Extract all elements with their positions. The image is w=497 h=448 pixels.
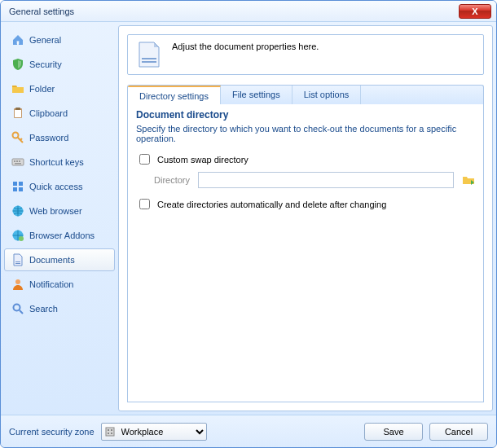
tab-label: File settings: [232, 90, 280, 99]
folder-icon: [11, 82, 24, 95]
tab-label: List options: [304, 90, 350, 99]
document-icon: [11, 253, 24, 266]
sidebar-item-label: Search: [29, 304, 58, 314]
svg-rect-6: [16, 160, 18, 162]
info-banner: Adjust the document properties here.: [127, 34, 484, 75]
tab-list-options[interactable]: List options: [292, 86, 362, 104]
sidebar-item-label: Quick access: [29, 182, 82, 191]
search-icon: [11, 302, 24, 315]
create-dirs-label: Create directories automatically and del…: [157, 200, 386, 209]
keyboard-icon: [11, 156, 24, 169]
section-title: Document directory: [136, 109, 475, 121]
cancel-button[interactable]: Cancel: [429, 423, 488, 441]
tabs: Directory settings File settings List op…: [127, 85, 484, 104]
svg-rect-2: [15, 110, 21, 117]
svg-rect-8: [15, 163, 21, 165]
sidebar-item-label: Security: [29, 59, 62, 69]
titlebar: General settings X: [1, 1, 496, 22]
sidebar-item-notification[interactable]: Notification: [4, 273, 115, 296]
svg-rect-9: [13, 182, 17, 186]
sidebar-item-general[interactable]: General: [4, 29, 115, 51]
document-large-icon: [138, 42, 161, 68]
sidebar-item-quick-access[interactable]: Quick access: [4, 175, 115, 198]
tab-directory-settings[interactable]: Directory settings: [128, 86, 221, 104]
section-description: Specify the directory to which you want …: [136, 124, 475, 143]
shield-icon: [11, 58, 24, 71]
sidebar-item-label: General: [29, 35, 61, 45]
directory-label: Directory: [154, 175, 190, 185]
security-zone-select[interactable]: Workplace: [101, 423, 207, 441]
svg-rect-10: [19, 182, 23, 186]
security-zone-label: Current security zone: [9, 427, 95, 437]
key-icon: [11, 131, 24, 144]
sidebar-item-clipboard[interactable]: Clipboard: [4, 102, 115, 125]
sidebar-item-documents[interactable]: Documents: [4, 248, 115, 271]
sidebar-item-search[interactable]: Search: [4, 297, 115, 320]
custom-swap-checkbox[interactable]: [139, 154, 150, 165]
svg-point-3: [13, 133, 19, 138]
security-zone-select-wrap: Workplace: [101, 423, 207, 441]
custom-swap-checkbox-row[interactable]: Custom swap directory: [136, 152, 475, 167]
create-dirs-checkbox-row[interactable]: Create directories automatically and del…: [136, 196, 475, 212]
settings-window: General settings X General Security Fold…: [0, 0, 497, 448]
window-title: General settings: [9, 7, 459, 16]
svg-rect-7: [19, 160, 20, 162]
sidebar-item-label: Browser Addons: [29, 231, 95, 240]
sidebar-item-browser-addons[interactable]: Browser Addons: [4, 224, 115, 247]
clipboard-icon: [11, 107, 24, 120]
footer: Current security zone Workplace Save Can…: [1, 415, 496, 447]
directory-row: Directory: [154, 172, 475, 188]
svg-point-16: [15, 279, 20, 284]
close-icon: X: [472, 7, 477, 16]
directory-input[interactable]: [198, 172, 454, 188]
svg-point-15: [19, 236, 24, 241]
tab-label: Directory settings: [139, 91, 209, 101]
info-text: Adjust the document properties here.: [172, 42, 319, 51]
grid-icon: [11, 180, 24, 193]
sidebar-item-label: Shortcut keys: [29, 157, 84, 167]
sidebar-item-shortcut-keys[interactable]: Shortcut keys: [4, 151, 115, 173]
close-button[interactable]: X: [459, 4, 491, 19]
save-button[interactable]: Save: [364, 423, 423, 441]
create-dirs-checkbox[interactable]: [139, 199, 150, 209]
globe-icon: [11, 229, 24, 242]
person-icon: [11, 278, 24, 291]
custom-swap-label: Custom swap directory: [157, 155, 248, 165]
folder-browse-icon[interactable]: [462, 173, 475, 187]
svg-rect-1: [15, 108, 20, 110]
main-panel: Adjust the document properties here. Dir…: [118, 25, 493, 411]
sidebar-item-password[interactable]: Password: [4, 126, 115, 149]
globe-icon: [11, 204, 24, 217]
home-icon: [11, 33, 24, 46]
sidebar-item-label: Password: [29, 133, 68, 143]
svg-rect-5: [14, 160, 15, 162]
sidebar: General Security Folder Clipboard Passwo…: [4, 25, 115, 411]
sidebar-item-security[interactable]: Security: [4, 53, 115, 76]
sidebar-item-folder[interactable]: Folder: [4, 77, 115, 100]
sidebar-item-label: Clipboard: [29, 108, 68, 118]
svg-rect-11: [13, 187, 17, 191]
sidebar-item-label: Documents: [29, 255, 75, 265]
sidebar-item-label: Notification: [29, 279, 73, 289]
svg-rect-18: [142, 58, 156, 59]
sidebar-item-label: Web browser: [29, 206, 82, 216]
svg-point-17: [14, 305, 20, 311]
tab-content: Document directory Specify the directory…: [127, 104, 484, 402]
window-body: General Security Folder Clipboard Passwo…: [1, 22, 496, 415]
svg-rect-12: [19, 187, 23, 191]
sidebar-item-web-browser[interactable]: Web browser: [4, 200, 115, 222]
sidebar-item-label: Folder: [29, 84, 55, 94]
tab-file-settings[interactable]: File settings: [221, 86, 292, 104]
svg-rect-19: [142, 61, 156, 63]
